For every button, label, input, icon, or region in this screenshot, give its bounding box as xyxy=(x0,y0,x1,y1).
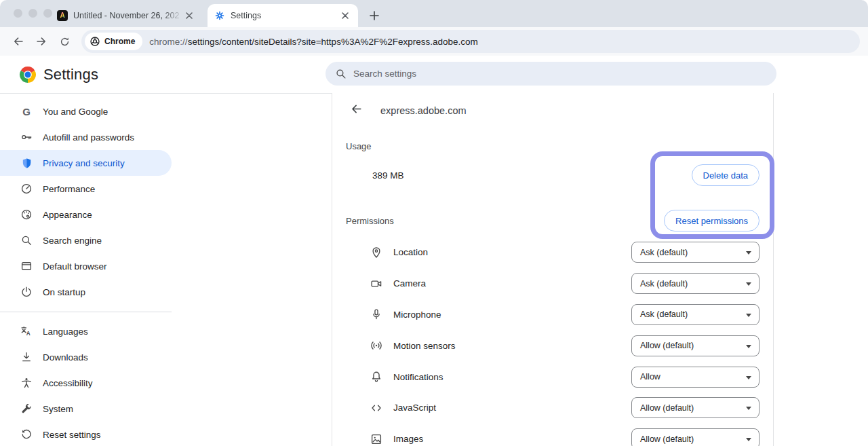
motion-sensors-permission-select[interactable]: Allow (default) xyxy=(631,335,760,356)
sidebar-item-system[interactable]: System xyxy=(0,396,172,422)
search-input[interactable] xyxy=(353,69,767,79)
shield-icon xyxy=(20,157,33,169)
usage-value: 389 MB xyxy=(372,170,404,181)
permission-row-location: Location Ask (default) xyxy=(332,237,773,268)
site-name: express.adobe.com xyxy=(380,105,467,116)
tab-settings[interactable]: Settings xyxy=(208,4,358,27)
power-icon xyxy=(20,286,33,298)
site-header: express.adobe.com xyxy=(332,93,773,128)
permission-row-javascript: JavaScript Allow (default) xyxy=(332,392,773,424)
permissions-section-label: Permissions xyxy=(346,216,394,226)
sidebar-item-performance[interactable]: Performance xyxy=(0,176,172,202)
permission-row-notifications: Notifications Allow xyxy=(332,361,773,392)
sidebar-item-appearance[interactable]: Appearance xyxy=(0,202,172,227)
permission-row-motion-sensors: Motion sensors Allow (default) xyxy=(332,330,773,361)
permissions-list: Location Ask (default) Camera Ask (defau… xyxy=(332,237,773,446)
settings-sidebar: G You and Google Autofill and passwords … xyxy=(0,93,332,446)
motion-sensors-icon xyxy=(370,339,382,352)
translate-icon: A xyxy=(20,325,33,337)
chrome-logo-icon xyxy=(19,66,37,83)
gauge-icon xyxy=(20,183,33,195)
close-tab-icon[interactable] xyxy=(183,10,195,22)
svg-text:A: A xyxy=(26,331,31,337)
microphone-icon xyxy=(370,308,382,321)
sidebar-item-privacy-and-security[interactable]: Privacy and security xyxy=(0,150,172,176)
settings-header: Settings xyxy=(0,56,868,93)
permission-row-images: Images Allow (default) xyxy=(332,424,773,446)
chevron-down-icon xyxy=(746,251,751,255)
sidebar-item-downloads[interactable]: Downloads xyxy=(0,344,172,370)
sidebar-item-reset-settings[interactable]: Reset settings xyxy=(0,422,172,446)
code-icon xyxy=(370,401,382,414)
minimize-window-icon[interactable] xyxy=(28,9,37,18)
chrome-url-chip[interactable]: Chrome xyxy=(85,33,142,50)
back-icon[interactable] xyxy=(9,32,28,51)
download-icon xyxy=(20,351,33,363)
site-details-card: express.adobe.com Usage 389 MB Delete da… xyxy=(332,93,774,446)
url-text: chrome://settings/content/siteDetails?si… xyxy=(149,37,477,47)
restore-icon xyxy=(20,428,33,441)
javascript-permission-select[interactable]: Allow (default) xyxy=(631,397,760,418)
new-tab-icon[interactable] xyxy=(365,6,384,25)
sidebar-item-search-engine[interactable]: Search engine xyxy=(0,227,172,253)
address-bar[interactable]: Chrome chrome://settings/content/siteDet… xyxy=(81,30,860,53)
microphone-permission-select[interactable]: Ask (default) xyxy=(631,304,760,325)
chevron-down-icon xyxy=(746,345,751,348)
back-arrow-icon[interactable] xyxy=(350,103,363,118)
usage-section-label: Usage xyxy=(346,141,760,151)
traffic-lights xyxy=(14,9,52,18)
chevron-down-icon xyxy=(746,407,751,410)
camera-permission-select[interactable]: Ask (default) xyxy=(631,273,760,294)
permissions-header: Permissions Reset permissions xyxy=(332,208,773,234)
chevron-down-icon xyxy=(746,314,751,317)
permission-row-microphone: Microphone Ask (default) xyxy=(332,299,773,331)
usage-row: 389 MB Delete data xyxy=(332,155,773,195)
adobe-express-icon: A xyxy=(57,10,68,21)
settings-gear-icon xyxy=(214,10,225,21)
zoom-window-icon[interactable] xyxy=(43,9,52,18)
settings-search[interactable] xyxy=(326,62,776,86)
tab-untitled[interactable]: A Untitled - November 26, 202 xyxy=(50,4,202,27)
accessibility-person-icon xyxy=(20,377,33,389)
reload-icon[interactable] xyxy=(55,32,74,51)
sidebar-item-you-and-google[interactable]: G You and Google xyxy=(0,98,172,124)
google-g-icon: G xyxy=(20,105,33,117)
sidebar-item-autofill[interactable]: Autofill and passwords xyxy=(0,124,172,150)
tab-title: Settings xyxy=(231,11,339,20)
sidebar-item-accessibility[interactable]: Accessibility xyxy=(0,370,172,396)
camera-icon xyxy=(370,277,382,290)
sidebar-item-on-startup[interactable]: On startup xyxy=(0,279,172,305)
location-pin-icon xyxy=(370,246,382,259)
notifications-permission-select[interactable]: Allow xyxy=(631,367,760,388)
close-window-icon[interactable] xyxy=(14,9,22,18)
close-tab-icon[interactable] xyxy=(339,10,351,22)
page-title: Settings xyxy=(43,66,98,83)
reset-permissions-button[interactable]: Reset permissions xyxy=(664,210,760,231)
images-permission-select[interactable]: Allow (default) xyxy=(631,428,760,446)
search-icon xyxy=(335,68,347,79)
permission-row-camera: Camera Ask (default) xyxy=(332,268,773,299)
delete-data-button[interactable]: Delete data xyxy=(692,164,760,186)
key-icon xyxy=(20,131,33,143)
image-icon xyxy=(370,432,382,445)
chrome-badge-icon xyxy=(90,36,100,47)
chevron-down-icon xyxy=(746,438,751,441)
right-spacer xyxy=(774,93,868,446)
chevron-down-icon xyxy=(746,376,751,379)
sidebar-item-default-browser[interactable]: Default browser xyxy=(0,253,172,279)
forward-icon[interactable] xyxy=(32,32,51,51)
bell-icon xyxy=(370,371,382,384)
magnifier-icon xyxy=(20,234,33,246)
main-area: G You and Google Autofill and passwords … xyxy=(0,93,868,446)
sidebar-item-languages[interactable]: A Languages xyxy=(0,318,172,344)
wrench-icon xyxy=(20,403,33,415)
location-permission-select[interactable]: Ask (default) xyxy=(631,242,760,263)
browser-window: A Untitled - November 26, 202 Settings xyxy=(0,0,868,446)
tab-title: Untitled - November 26, 202 xyxy=(73,11,183,20)
chip-label: Chrome xyxy=(104,37,135,46)
browser-window-icon xyxy=(20,260,33,272)
palette-icon xyxy=(20,208,33,221)
browser-toolbar: Chrome chrome://settings/content/siteDet… xyxy=(0,27,868,56)
chevron-down-icon xyxy=(746,282,751,286)
sidebar-divider xyxy=(0,312,172,312)
